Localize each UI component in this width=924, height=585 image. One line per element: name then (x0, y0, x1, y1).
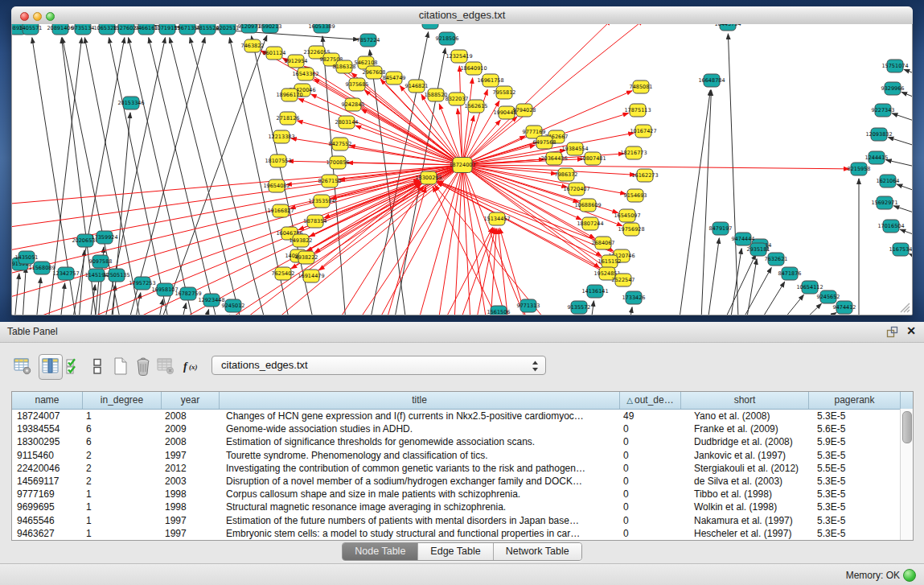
graph-node[interactable]: 1588520 (425, 89, 448, 101)
citation-edge-black[interactable] (708, 238, 719, 315)
graph-node[interactable]: 7632621 (765, 253, 788, 266)
citation-edge-black[interactable] (680, 90, 710, 315)
citation-edge-red[interactable] (225, 169, 456, 315)
graph-node[interactable]: 14136141 (581, 285, 608, 298)
graph-node[interactable]: 9771313 (517, 299, 540, 312)
citation-edge-black[interactable] (728, 34, 738, 315)
tab-network-table[interactable]: Network Table (494, 543, 581, 560)
graph-node[interactable]: 2684067 (592, 237, 615, 249)
citation-edge-black[interactable] (190, 38, 265, 315)
graph-node[interactable]: 2803144 (335, 116, 359, 129)
table-row[interactable]: 1456911722003Disruption of a novel membe… (12, 475, 913, 488)
graph-node[interactable]: 18107553 (265, 154, 291, 167)
graph-node[interactable]: 20891406 (47, 24, 73, 35)
graph-node[interactable]: 18216773 (620, 146, 647, 159)
graph-node[interactable]: 8601124 (263, 47, 286, 60)
citation-edge-black[interactable] (129, 38, 205, 315)
graph-node[interactable]: 1621064 (877, 175, 900, 187)
citation-edge-red[interactable] (317, 184, 421, 272)
graph-node[interactable]: 8454749 (383, 72, 406, 84)
citation-edge-red[interactable] (291, 138, 455, 164)
graph-node[interactable]: 8471876 (778, 267, 802, 280)
graph-node[interactable]: 8479197 (709, 222, 733, 235)
network-window[interactable]: citations_edges.txt 18724007183002951513… (11, 6, 913, 315)
graph-node[interactable]: 10167427 (630, 125, 656, 138)
graph-node[interactable]: 9227343 (872, 104, 895, 117)
graph-node[interactable]: 1733426 (622, 291, 646, 304)
column-header-name[interactable]: name (12, 392, 83, 409)
tab-edge-table[interactable]: Edge Table (418, 543, 493, 560)
citation-edge-red[interactable] (362, 109, 457, 162)
citation-edge-black[interactable] (36, 278, 41, 315)
graph-node[interactable]: 16545097 (614, 209, 640, 222)
graph-node[interactable]: 8813054 (419, 24, 442, 29)
citation-edge-black[interactable] (23, 267, 26, 315)
resize-grip[interactable] (898, 301, 910, 313)
graph-node[interactable]: 9202511 (216, 24, 240, 35)
graph-node[interactable]: 1244415 (865, 151, 889, 164)
float-panel-icon[interactable] (886, 326, 898, 338)
create-table-button[interactable] (109, 354, 132, 378)
citation-edge-black[interactable] (904, 69, 912, 80)
citation-edge-black[interactable] (746, 259, 757, 315)
citation-edge-black[interactable] (161, 35, 267, 315)
graph-node[interactable]: 9474412 (833, 301, 856, 314)
citation-edge-black[interactable] (205, 310, 209, 315)
column-header-in_degree[interactable]: in_degree (83, 392, 162, 409)
citation-edge-black[interactable] (370, 50, 406, 315)
citation-edge-black[interactable] (897, 184, 912, 197)
citation-edge-red[interactable] (469, 91, 632, 163)
graph-node[interactable]: 18640910 (460, 62, 487, 75)
table-settings-button[interactable] (11, 354, 34, 378)
graph-node[interactable]: 9329966 (881, 82, 905, 95)
citation-edge-black[interactable] (901, 92, 912, 105)
citation-edge-black[interactable] (803, 303, 821, 315)
graph-node[interactable]: 9097588 (89, 255, 113, 268)
column-header-year[interactable]: year (162, 392, 220, 409)
graph-node[interactable]: 1167534 (889, 243, 912, 256)
table-row[interactable]: 1830029562008Estimation of significance … (12, 435, 913, 448)
column-header-out_de[interactable]: △out_de… (620, 392, 681, 409)
citation-edge-red[interactable] (470, 167, 626, 194)
citation-edge-black[interactable] (782, 295, 803, 315)
select-columns-button[interactable] (63, 354, 85, 378)
graph-node[interactable]: 12505135 (103, 269, 129, 282)
citation-edge-black[interactable] (910, 253, 912, 266)
vertical-scrollbar[interactable] (900, 409, 913, 540)
graph-node[interactable]: 5878354 (304, 215, 327, 228)
citation-edge-red[interactable] (463, 78, 473, 158)
table-row[interactable]: 2242004622012Investigating the contribut… (12, 462, 913, 475)
table-row[interactable]: 977716911998Corpus callosum shape and si… (12, 488, 913, 501)
graph-node[interactable]: 17875113 (624, 104, 651, 117)
graph-node[interactable]: 18724007 (449, 158, 475, 173)
close-panel-icon[interactable]: ✕ (906, 324, 916, 337)
graph-node[interactable]: 20364436 (540, 152, 567, 165)
import-table-button[interactable] (154, 354, 177, 378)
table-row[interactable]: 1938455462009Genome-wide association stu… (12, 422, 913, 435)
graph-node[interactable]: 12325419 (446, 50, 472, 63)
function-builder-button[interactable] (180, 354, 203, 378)
citation-edge-red[interactable] (12, 167, 455, 302)
graph-node[interactable]: 8215958 (848, 163, 871, 175)
citation-edge-black[interactable] (893, 206, 912, 219)
graph-node[interactable]: 10654112 (796, 281, 823, 294)
graph-node[interactable]: 9135572 (568, 301, 591, 314)
graph-node[interactable]: 16961758 (477, 74, 503, 87)
table-row[interactable]: 1872400712008Changes of HCN gene express… (12, 410, 913, 422)
graph-node[interactable]: 16648784 (698, 74, 725, 87)
graph-node[interactable]: 9245012 (222, 299, 245, 312)
graph-node[interactable]: 9242845 (342, 98, 365, 111)
graph-node[interactable]: 10807481 (579, 152, 606, 165)
citation-edge-black[interactable] (701, 90, 711, 315)
memory-status-dot[interactable] (903, 569, 916, 582)
citation-edge-black[interactable] (886, 160, 912, 171)
table-row[interactable]: 911546021997Tourette syndrome. Phenomeno… (12, 449, 913, 462)
table-row[interactable]: 969969511998Structural magnetic resonanc… (12, 501, 913, 513)
graph-node[interactable]: 16162273 (631, 169, 658, 182)
graph-node[interactable]: 9735134 (72, 24, 95, 35)
graph-node[interactable]: 7955812 (493, 86, 516, 99)
graph-node[interactable]: 7463822 (241, 39, 265, 52)
graph-node[interactable]: 7857224 (357, 34, 380, 47)
graph-node[interactable]: 17016504 (877, 220, 904, 233)
graph-node[interactable]: 9375685 (346, 78, 369, 91)
